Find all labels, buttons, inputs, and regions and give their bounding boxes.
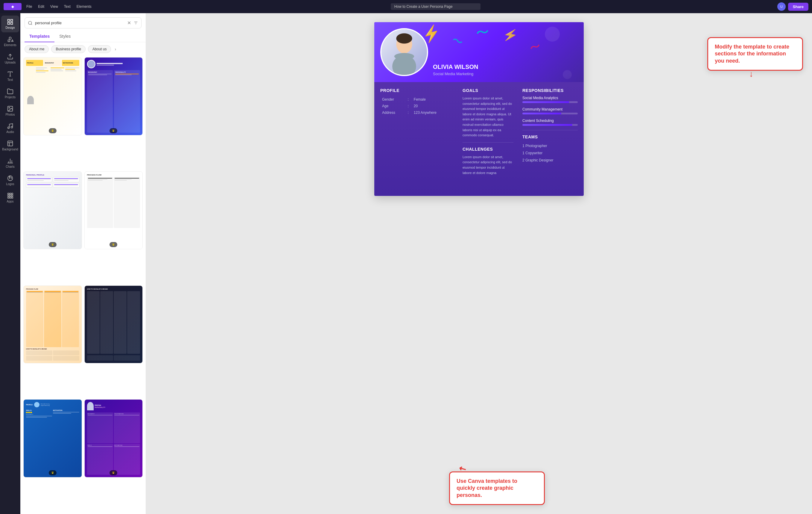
search-icon[interactable] [28,21,33,25]
premium-badge-7: ♛ [49,470,57,476]
gender-label: Gender [381,97,406,103]
responsibility-name-2: Community Management [522,107,578,111]
sidebar-item-projects[interactable]: Projects [1,85,19,102]
nav-elements[interactable]: Elements [74,3,94,10]
callout-top-right: Modify the template to create sections f… [707,37,803,71]
document-title-input[interactable] [391,3,481,10]
filter-about-me[interactable]: About me [25,45,49,53]
svg-rect-14 [8,141,13,146]
svg-rect-22 [12,193,13,195]
icon-sidebar: Design Elements Uploads Text [0,13,20,514]
svg-rect-5 [8,40,10,42]
templates-panel: personal profile ✕ Templates Styles Abou… [20,13,146,514]
nav-text[interactable]: Text [62,3,73,10]
top-bar-actions: U Share [777,2,808,11]
progress-fill-1 [522,101,569,103]
svg-rect-27 [9,197,11,198]
sidebar-item-charts[interactable]: Charts [1,155,19,171]
svg-point-39 [394,53,414,60]
callout-bottom: ↖ Use Canva templates to quickly create … [449,471,545,505]
sidebar-item-elements[interactable]: Elements [1,33,19,50]
charts-icon [7,158,13,164]
upload-icon [7,53,13,60]
responsibility-name-1: Social Media Analytics [522,96,578,100]
svg-rect-0 [8,20,9,21]
persona-card[interactable]: ⚡ 〜 〜 ⚡ 〜 [374,22,584,196]
profile-col: PROFILE Gender : Female Age : 20 [380,88,458,175]
sidebar-item-apps[interactable]: Apps [1,189,19,206]
top-center [96,3,775,10]
premium-badge-3: ♛ [49,242,57,247]
projects-label: Projects [5,96,16,99]
clear-search-button[interactable]: ✕ [127,20,131,26]
template-card-6[interactable]: HOW TO DEVELOP A BRAND [84,286,143,363]
apps-label: Apps [7,200,14,203]
canva-logo[interactable]: ◆ [4,3,22,10]
profile-section-title: PROFILE [380,88,454,93]
responsibility-name-3: Content Scheduling [522,118,578,123]
svg-rect-28 [12,197,13,198]
responsibility-item-1: Social Media Analytics [522,96,578,103]
sidebar-item-photos[interactable]: Photos [1,103,19,119]
responsibility-item-3: Content Scheduling [522,118,578,126]
filter-button[interactable] [134,21,138,25]
audio-icon [7,123,13,129]
background-label: Background [2,148,18,151]
filter-more-icon[interactable]: › [113,46,117,53]
svg-point-36 [396,33,412,44]
avatar[interactable]: U [777,2,786,11]
tab-styles[interactable]: Styles [54,31,76,42]
sidebar-item-audio[interactable]: Audio [1,120,19,137]
team-member-2: 1 Copywriter [522,150,578,157]
svg-point-29 [28,21,32,25]
template-card-2[interactable]: BIOGRAPHY PERSONALITY ♛ [84,57,143,135]
gender-sep: : [407,97,412,103]
tab-templates[interactable]: Templates [25,31,54,42]
filter-tags: About me Business profile About us › [20,42,146,56]
svg-rect-20 [8,193,9,195]
top-bar: ◆ File Edit View Text Elements U Share [0,0,812,13]
callout-bottom-text: Use Canva templates to quickly create gr… [457,478,538,499]
svg-rect-2 [8,23,9,24]
text-icon [7,71,13,77]
nav-file[interactable]: File [24,3,34,10]
divider-2 [522,130,578,130]
callout-top-text: Modify the template to create sections f… [715,44,795,64]
table-row: Address : 123 Anywhere [381,110,453,116]
persona-role: Social Media Marketing [433,72,478,76]
sidebar-item-logos[interactable]: Logos [1,172,19,189]
search-input[interactable]: personal profile [35,21,125,25]
design-label: Design [5,26,14,29]
goals-challenges-col: GOALS Lorem ipsum dolor sit amet, consec… [458,88,518,175]
sidebar-item-text[interactable]: Text [1,68,19,84]
profile-table: Gender : Female Age : 20 Address : 1 [380,96,454,116]
search-box: personal profile ✕ [25,17,142,28]
challenges-title: CHALLENGES [463,147,514,152]
svg-rect-21 [9,193,11,195]
sidebar-item-uploads[interactable]: Uploads [1,50,19,67]
nav-view[interactable]: View [48,3,60,10]
share-button[interactable]: Share [788,3,808,11]
progress-fill-2 [522,113,561,114]
team-member-1: 1 Photographer [522,142,578,150]
template-card-4[interactable]: PROCESS FLOW ♛ [84,171,143,249]
layout-icon [7,19,13,25]
sidebar-item-design[interactable]: Design [1,16,19,32]
challenges-text: Lorem ipsum dolor sit amet, consectetur … [463,155,514,175]
goals-title: GOALS [463,88,514,93]
progress-fill-3 [522,124,572,126]
template-card-7[interactable]: PROFILE: Rachelle ScentryDigital Marketi… [23,399,82,478]
svg-point-13 [11,127,13,128]
sidebar-item-background[interactable]: Background [1,137,19,154]
profile-avatar [380,28,428,76]
template-card-3[interactable]: PERSONAL PROFILE [23,171,82,249]
nav-edit[interactable]: Edit [36,3,47,10]
filter-business-profile[interactable]: Business profile [51,45,86,53]
photos-label: Photos [5,113,14,116]
svg-point-12 [8,127,9,129]
svg-rect-24 [9,195,11,196]
template-card-8[interactable]: PROFILE PERSONALITY BIOGRAPHY FRUSTRATIO… [84,399,143,478]
filter-about-us[interactable]: About us [88,45,111,53]
template-card-5[interactable]: PROCESS FLOW [23,286,82,363]
template-card-1[interactable]: PROFILE BIOGRAPHY MOTIVATIONS [23,57,82,135]
